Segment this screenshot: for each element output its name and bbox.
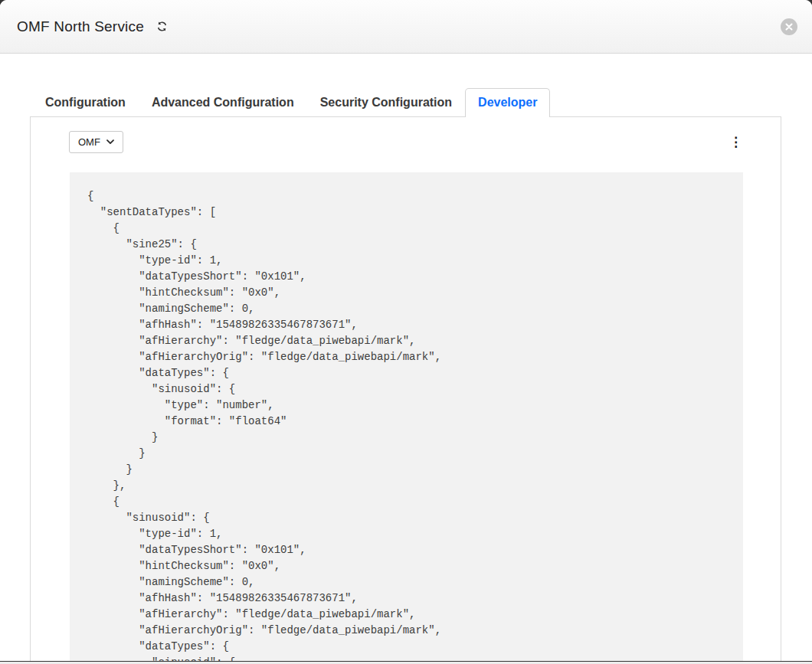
tab-advanced-configuration[interactable]: Advanced Configuration xyxy=(139,88,307,117)
close-icon xyxy=(785,23,793,31)
developer-toolbar: OMF ⋮ xyxy=(31,117,781,153)
tab-bar: Configuration Advanced Configuration Sec… xyxy=(0,86,812,116)
output-type-select-value: OMF xyxy=(78,136,100,148)
refresh-icon[interactable] xyxy=(156,21,168,32)
tab-security-configuration[interactable]: Security Configuration xyxy=(307,88,465,117)
modal-backdrop: OMF North Service Configuration Ad xyxy=(0,0,812,664)
sent-data-types-json: { "sentDataTypes": [ { "sine25": { "type… xyxy=(70,172,743,661)
developer-panel: OMF ⋮ { "sentDataTypes": [ { "sine25": {… xyxy=(30,116,781,661)
tab-configuration[interactable]: Configuration xyxy=(32,88,139,117)
chevron-down-icon xyxy=(106,139,114,145)
tab-developer[interactable]: Developer xyxy=(465,88,550,117)
dialog-header: OMF North Service xyxy=(0,0,812,54)
output-type-select[interactable]: OMF xyxy=(69,131,123,153)
dialog-title: OMF North Service xyxy=(17,18,144,35)
kebab-menu-icon[interactable]: ⋮ xyxy=(725,134,747,150)
omf-north-service-dialog: OMF North Service Configuration Ad xyxy=(0,0,812,661)
close-button[interactable] xyxy=(781,18,797,35)
code-block: { "sentDataTypes": [ { "sine25": { "type… xyxy=(70,172,743,661)
